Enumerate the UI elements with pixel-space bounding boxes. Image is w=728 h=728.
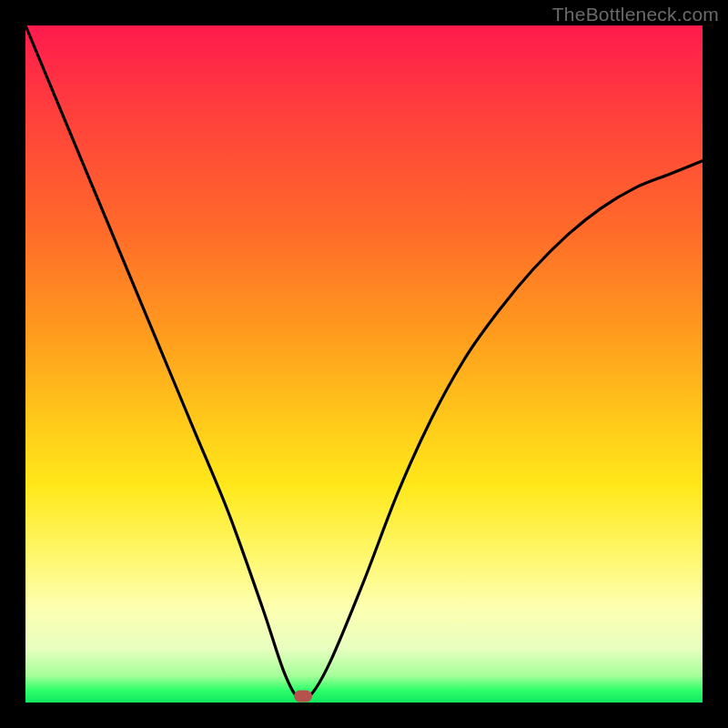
min-marker [294, 690, 312, 702]
chart-frame: TheBottleneck.com [0, 0, 728, 728]
curve-svg [25, 25, 703, 703]
watermark-text: TheBottleneck.com [552, 4, 719, 25]
plot-area [25, 25, 703, 703]
bottleneck-curve [25, 25, 703, 700]
